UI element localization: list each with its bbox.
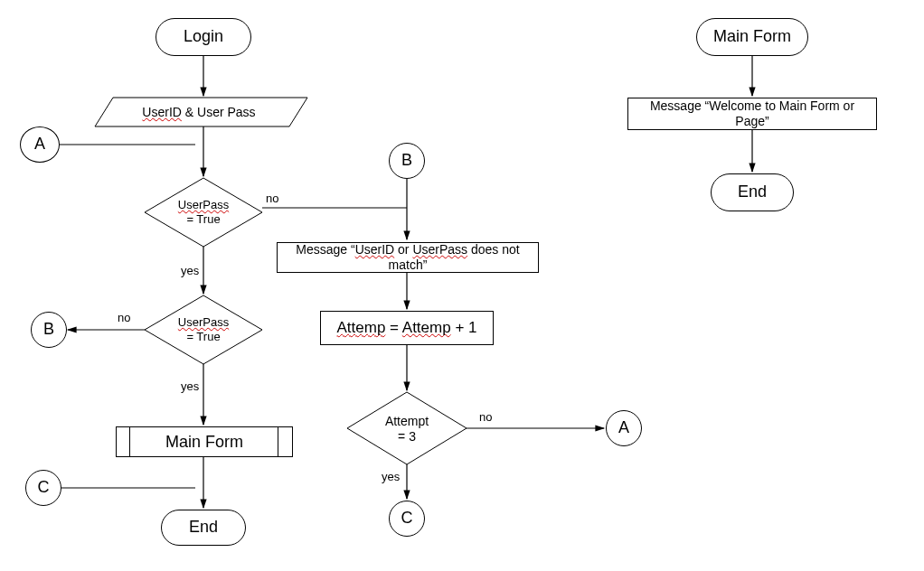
decision-userpass-1-line1: UserPass bbox=[178, 198, 229, 212]
connector-B-left-label: B bbox=[43, 320, 54, 340]
decision-userpass-1-line2: = True bbox=[186, 212, 220, 227]
input-userid-pass-label: UserID & User Pass bbox=[142, 105, 255, 120]
decision-userpass-1: UserPass = True bbox=[163, 193, 244, 231]
connector-A-left-label: A bbox=[34, 135, 45, 154]
terminator-mainform-right: Main Form bbox=[696, 18, 808, 56]
connector-C-bottom-label: C bbox=[401, 509, 413, 529]
connector-C-left: C bbox=[25, 470, 61, 506]
edge-yes-2: yes bbox=[181, 379, 199, 393]
terminator-end-right-label: End bbox=[738, 183, 767, 202]
connector-A-right-label: A bbox=[618, 418, 629, 438]
decision-userpass-2-line2: = True bbox=[186, 330, 220, 344]
connector-A-left: A bbox=[20, 126, 60, 163]
predefined-mainform: Main Form bbox=[116, 426, 293, 457]
edge-no-1: no bbox=[266, 192, 278, 205]
process-attemp-inc-label: Attemp = Attemp + 1 bbox=[337, 319, 477, 337]
edge-no-2: no bbox=[118, 311, 130, 324]
connector-B-top: B bbox=[389, 143, 425, 179]
decision-attempt-3-line2: = 3 bbox=[398, 429, 416, 445]
terminator-end-right: End bbox=[711, 173, 794, 211]
connector-C-left-label: C bbox=[38, 478, 50, 498]
process-attemp-inc: Attemp = Attemp + 1 bbox=[320, 311, 494, 345]
edge-yes-3: yes bbox=[382, 470, 400, 483]
input-userid-pass: UserID & User Pass bbox=[108, 98, 289, 126]
decision-userpass-2-line1: UserPass bbox=[178, 315, 229, 330]
decision-userpass-2: UserPass = True bbox=[163, 311, 244, 349]
decision-attempt-3: Attempt = 3 bbox=[371, 410, 443, 448]
terminator-login-label: Login bbox=[184, 27, 223, 47]
process-message-nomatch: Message “UserID or UserPass does not mat… bbox=[277, 242, 539, 273]
terminator-mainform-right-label: Main Form bbox=[713, 27, 791, 47]
connector-B-top-label: B bbox=[401, 151, 412, 171]
connector-B-left: B bbox=[31, 312, 67, 348]
terminator-end-left: End bbox=[161, 510, 246, 546]
connector-A-right: A bbox=[606, 410, 642, 446]
process-message-welcome: Message “Welcome to Main Form or Page” bbox=[627, 98, 877, 130]
edge-no-3: no bbox=[479, 410, 492, 424]
decision-attempt-3-line1: Attempt bbox=[385, 414, 429, 429]
process-message-welcome-label: Message “Welcome to Main Form or Page” bbox=[634, 98, 871, 129]
edge-yes-1: yes bbox=[181, 264, 199, 277]
flow-lines bbox=[0, 0, 924, 571]
terminator-end-left-label: End bbox=[189, 518, 218, 538]
connector-C-bottom: C bbox=[389, 501, 425, 537]
process-message-nomatch-label: Message “UserID or UserPass does not mat… bbox=[283, 242, 533, 273]
terminator-login: Login bbox=[156, 18, 251, 56]
predefined-mainform-label: Main Form bbox=[117, 427, 292, 456]
